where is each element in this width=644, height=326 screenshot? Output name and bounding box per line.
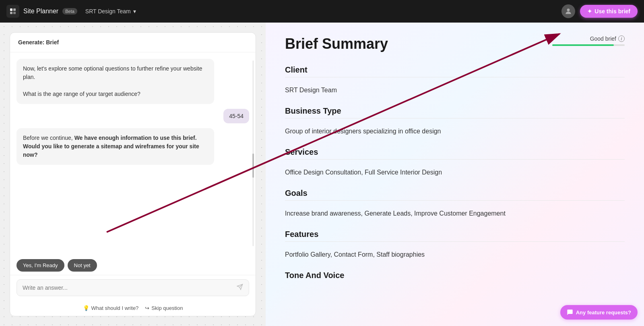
chat-messages[interactable]: Now, let's explore some optional questio… xyxy=(10,52,256,254)
brief-section-features: Features Portfolio Gallery, Contact Form… xyxy=(285,230,625,260)
brief-header: Brief Summary Good brief i xyxy=(285,35,625,52)
svg-rect-1 xyxy=(13,8,16,11)
separator-line-5 xyxy=(285,241,625,242)
lightbulb-icon: 💡 xyxy=(83,305,89,311)
quick-actions: Yes, I'm Ready Not yet xyxy=(10,254,256,275)
scrollbar-track xyxy=(252,60,254,246)
brief-section-client-title: Client xyxy=(285,65,625,75)
brief-section-goals-value: Increase brand awareness, Generate Leads… xyxy=(285,209,625,218)
brief-progress-bar xyxy=(552,44,625,46)
bot-message-1-text: Now, let's explore some optional questio… xyxy=(23,65,202,80)
feature-requests-button[interactable]: Any feature requests? xyxy=(560,305,638,320)
brief-title: Brief Summary xyxy=(285,35,388,52)
brief-section-services-value: Office Design Consultation, Full Service… xyxy=(285,168,625,177)
svg-rect-3 xyxy=(13,12,16,14)
beta-badge: Beta xyxy=(62,8,77,15)
separator-line-3 xyxy=(285,159,625,160)
left-panel: Generate: Brief Now, let's explore some … xyxy=(0,23,266,326)
send-icon[interactable] xyxy=(237,284,243,292)
svg-rect-0 xyxy=(10,8,12,11)
chat-header: Generate: Brief xyxy=(10,33,256,52)
bot-message-1-question: What is the age range of your target aud… xyxy=(23,91,140,97)
team-selector[interactable]: SRT Design Team ▾ xyxy=(81,6,140,16)
app-logo xyxy=(6,5,19,18)
message-icon xyxy=(567,309,573,316)
use-brief-button[interactable]: ✦ Use this brief xyxy=(580,5,638,18)
sparkle-icon: ✦ xyxy=(587,8,592,15)
app-title: Site Planner xyxy=(23,8,58,15)
chat-container: Generate: Brief Now, let's explore some … xyxy=(10,32,256,316)
brief-quality-indicator: Good brief i xyxy=(552,35,625,46)
chat-input-area xyxy=(10,275,256,302)
topnav-right: ✦ Use this brief xyxy=(561,4,638,18)
main-layout: Generate: Brief Now, let's explore some … xyxy=(0,23,644,326)
topnav-left: Site Planner Beta SRT Design Team ▾ xyxy=(6,5,140,18)
yes-ready-button[interactable]: Yes, I'm Ready xyxy=(17,259,64,272)
brief-section-business-type-title: Business Type xyxy=(285,106,625,116)
yes-ready-label: Yes, I'm Ready xyxy=(23,262,58,268)
brief-section-business-type: Business Type Group of interior designer… xyxy=(285,106,625,136)
separator-line xyxy=(285,77,625,77)
scrollbar-thumb xyxy=(252,154,254,178)
separator-line-2 xyxy=(285,118,625,118)
brief-section-tone-title: Tone And Voice xyxy=(285,271,625,280)
user-message-1: 45-54 xyxy=(223,109,249,123)
brief-section-tone: Tone And Voice xyxy=(285,271,625,280)
bot-message-2-prefix: Before we continue, xyxy=(23,135,74,141)
chat-input[interactable] xyxy=(23,284,237,291)
what-should-i-write-action[interactable]: 💡 What should I write? xyxy=(83,305,139,311)
chat-header-title: Generate: Brief xyxy=(18,39,59,46)
topnav: Site Planner Beta SRT Design Team ▾ ✦ Us… xyxy=(0,0,644,23)
right-panel[interactable]: Brief Summary Good brief i Client SRT De… xyxy=(266,23,644,326)
what-should-i-write-label: What should I write? xyxy=(91,305,139,311)
separator-line-4 xyxy=(285,200,625,201)
brief-section-goals: Goals Increase brand awareness, Generate… xyxy=(285,189,625,218)
good-brief-label: Good brief i xyxy=(590,35,625,42)
user-message-1-text: 45-54 xyxy=(229,113,244,119)
chevron-down-icon: ▾ xyxy=(133,8,136,15)
feature-requests-label: Any feature requests? xyxy=(576,309,631,316)
team-name: SRT Design Team xyxy=(85,8,131,15)
brief-progress-fill xyxy=(552,44,614,46)
skip-question-action[interactable]: ↪ Skip question xyxy=(145,305,183,311)
bot-message-2: Before we continue, We have enough infor… xyxy=(17,128,214,165)
info-icon[interactable]: i xyxy=(618,35,625,42)
not-yet-button[interactable]: Not yet xyxy=(68,259,97,272)
good-brief-text: Good brief xyxy=(590,35,616,42)
brief-section-features-value: Portfolio Gallery, Contact Form, Staff b… xyxy=(285,250,625,260)
brief-section-services: Services Office Design Consultation, Ful… xyxy=(285,147,625,177)
svg-rect-2 xyxy=(10,12,12,14)
brief-section-client-value: SRT Design Team xyxy=(285,85,625,95)
brief-section-features-title: Features xyxy=(285,230,625,239)
chat-footer: 💡 What should I write? ↪ Skip question xyxy=(10,302,256,316)
brief-section-goals-title: Goals xyxy=(285,189,625,198)
chat-input-wrapper xyxy=(17,279,249,296)
not-yet-label: Not yet xyxy=(74,262,91,268)
brief-section-business-type-value: Group of interior designers specializing… xyxy=(285,127,625,136)
brief-section-client: Client SRT Design Team xyxy=(285,65,625,95)
skip-question-label: Skip question xyxy=(151,305,183,311)
use-brief-label: Use this brief xyxy=(594,8,630,15)
user-avatar[interactable] xyxy=(561,4,575,18)
brief-section-services-title: Services xyxy=(285,147,625,157)
skip-icon: ↪ xyxy=(145,305,149,311)
svg-point-4 xyxy=(567,8,570,11)
bot-message-1: Now, let's explore some optional questio… xyxy=(17,59,214,104)
